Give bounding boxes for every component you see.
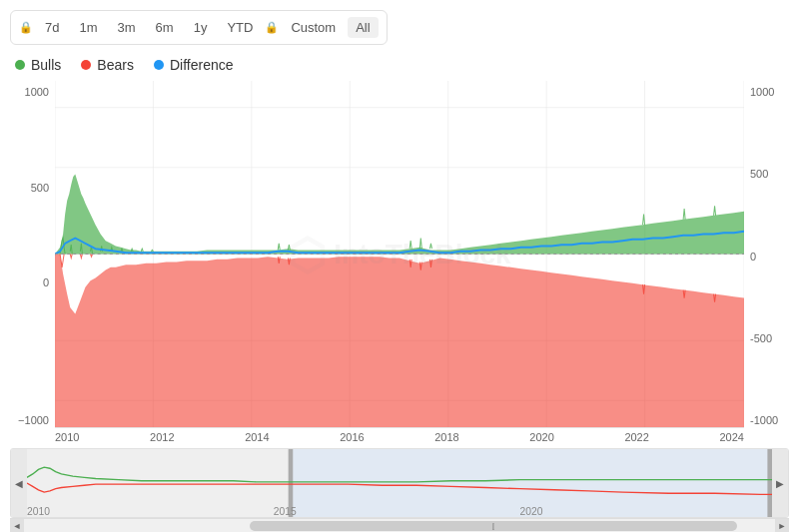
bears-label: Bears [97, 57, 134, 73]
main-chart-svg: ⬡ IntoTheBlock [55, 81, 744, 428]
chart-and-xaxis: ⬡ IntoTheBlock [55, 81, 744, 446]
lock-icon-custom: 🔒 [265, 21, 279, 34]
btn-1y[interactable]: 1y [186, 17, 216, 38]
toolbar: 🔒 7d 1m 3m 6m 1y YTD 🔒 Custom All [10, 10, 388, 45]
nav-chart-area: 2010 2015 2020 [27, 449, 772, 517]
bulls-label: Bulls [31, 57, 61, 73]
navigator[interactable]: ◀ 2010 [10, 448, 789, 518]
lock-icon-left: 🔒 [19, 21, 33, 34]
scrollbar[interactable]: ◄ ⫿ ► [10, 518, 789, 532]
legend-bulls[interactable]: Bulls [15, 57, 61, 73]
x-axis: 2010 2012 2014 2016 2018 2020 2022 2024 [55, 428, 744, 446]
scroll-right-arrow[interactable]: ► [775, 519, 789, 533]
btn-6m[interactable]: 6m [148, 17, 182, 38]
bears-dot [81, 60, 91, 70]
scroll-left-arrow[interactable]: ◄ [10, 519, 24, 533]
svg-rect-18 [767, 449, 772, 517]
legend-difference[interactable]: Difference [154, 57, 234, 73]
btn-3m[interactable]: 3m [110, 17, 144, 38]
svg-rect-15 [27, 449, 291, 517]
svg-text:2010: 2010 [27, 506, 50, 517]
btn-all[interactable]: All [348, 17, 378, 38]
chart-svg [55, 81, 744, 427]
btn-custom[interactable]: Custom [283, 17, 344, 38]
legend-bears[interactable]: Bears [81, 57, 134, 73]
btn-1m[interactable]: 1m [71, 17, 105, 38]
difference-dot [154, 60, 164, 70]
difference-label: Difference [170, 57, 234, 73]
y-axis-right: 1000 500 0 -500 -1000 [744, 81, 789, 446]
nav-scroll-left[interactable]: ◀ [11, 449, 27, 517]
svg-text:2015: 2015 [274, 506, 297, 517]
y-axis-left: 1000 500 0 −1000 [10, 81, 55, 446]
nav-scroll-right[interactable]: ▶ [772, 449, 788, 517]
scrollbar-thumb[interactable]: ⫿ [250, 521, 738, 531]
svg-text:2020: 2020 [520, 506, 543, 517]
bulls-dot [15, 60, 25, 70]
btn-7d[interactable]: 7d [37, 17, 67, 38]
nav-svg: 2010 2015 2020 [27, 449, 772, 517]
main-chart-area: 1000 500 0 −1000 ⬡ IntoTheBlock [10, 81, 789, 446]
legend: Bulls Bears Difference [10, 57, 789, 73]
scrollbar-grip: ⫿ [491, 521, 495, 531]
scrollbar-track[interactable]: ⫿ [24, 519, 775, 532]
btn-ytd[interactable]: YTD [219, 17, 261, 38]
chart-container: 🔒 7d 1m 3m 6m 1y YTD 🔒 Custom All Bulls … [0, 0, 799, 532]
